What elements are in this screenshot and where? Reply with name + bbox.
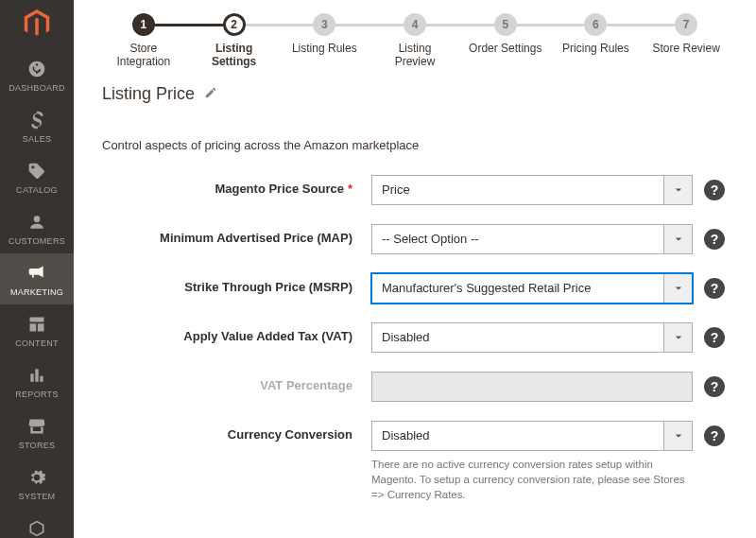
sidebar-item-reports[interactable]: REPORTS [0, 356, 74, 407]
step-number: 6 [584, 13, 607, 36]
store-icon [27, 416, 46, 437]
chevron-down-icon [663, 176, 692, 204]
field-hint: There are no active currency conversion … [371, 457, 693, 502]
sidebar-item-stores[interactable]: STORES [0, 407, 74, 458]
step-number: 3 [313, 13, 335, 36]
field-msrp: Strike Through Price (MSRP) Manufacturer… [102, 273, 728, 304]
sidebar-item-label: MARKETING [10, 287, 63, 297]
required-indicator: * [348, 182, 352, 196]
section-header: Listing Price [102, 84, 728, 104]
currency-select[interactable]: Disabled There are no active currency co… [371, 421, 693, 502]
chevron-down-icon [663, 274, 692, 303]
step-pricing-rules[interactable]: 6 Pricing Rules [551, 13, 642, 55]
field-label: Strike Through Price (MSRP) [102, 273, 371, 294]
field-label: Currency Conversion [102, 421, 371, 442]
help-icon[interactable]: ? [704, 229, 725, 250]
step-store-integration[interactable]: 1 Store Integration [98, 13, 189, 69]
section-description: Control aspects of pricing across the Am… [102, 138, 728, 152]
megaphone-icon [27, 263, 46, 284]
gear-icon [27, 467, 46, 488]
field-vat: Apply Value Added Tax (VAT) Disabled ? [102, 322, 728, 353]
field-vat-percentage: VAT Percentage ? [102, 372, 728, 402]
chevron-down-icon [663, 323, 692, 352]
admin-sidebar: DASHBOARD SALES CATALOG CUSTOMERS MARKET… [0, 0, 74, 538]
dollar-icon [27, 110, 46, 130]
sidebar-item-marketing[interactable]: MARKETING [0, 253, 74, 304]
sidebar-item-label: REPORTS [15, 390, 58, 399]
sidebar-item-customers[interactable]: CUSTOMERS [0, 202, 74, 253]
step-label: Listing Preview [377, 42, 453, 69]
price-source-select[interactable]: Price [371, 175, 693, 205]
section-title: Listing Price [102, 84, 195, 104]
layout-icon [27, 314, 46, 335]
field-label: Magento Price Source* [102, 175, 371, 196]
chevron-down-icon [663, 225, 692, 253]
tag-icon [27, 161, 46, 182]
field-price-source: Magento Price Source* Price ? [102, 175, 728, 205]
sidebar-item-label: SALES [23, 134, 52, 144]
bar-chart-icon [27, 365, 46, 386]
step-number: 5 [494, 13, 517, 36]
field-label: Minimum Advertised Price (MAP) [102, 224, 371, 245]
vat-percentage-input [371, 372, 693, 402]
help-icon[interactable]: ? [704, 376, 725, 397]
dashboard-icon [27, 59, 46, 79]
map-select[interactable]: -- Select Option -- [371, 224, 693, 254]
sidebar-item-label: STORES [19, 441, 56, 450]
step-label: Pricing Rules [562, 42, 629, 55]
person-icon [27, 212, 46, 233]
step-number: 2 [223, 13, 246, 36]
step-label: Order Settings [469, 42, 541, 55]
sidebar-item-label: SYSTEM [19, 492, 56, 501]
sidebar-item-label: CATALOG [16, 185, 58, 195]
sidebar-item-label: CONTENT [15, 338, 59, 348]
sidebar-item-sales[interactable]: SALES [0, 100, 74, 151]
help-icon[interactable]: ? [704, 180, 725, 200]
sidebar-item-system[interactable]: SYSTEM [0, 458, 74, 509]
field-label: VAT Percentage [102, 372, 371, 392]
help-icon[interactable]: ? [704, 327, 725, 348]
sidebar-item-extensions[interactable] [0, 509, 74, 538]
field-label: Apply Value Added Tax (VAT) [102, 322, 371, 343]
sidebar-item-content[interactable]: CONTENT [0, 304, 74, 356]
step-label: Listing Settings [197, 42, 272, 69]
magento-logo[interactable] [22, 9, 52, 38]
chevron-down-icon [663, 422, 692, 450]
step-number: 7 [675, 13, 697, 36]
step-listing-rules[interactable]: 3 Listing Rules [279, 13, 369, 55]
step-number: 1 [132, 13, 155, 36]
sidebar-item-catalog[interactable]: CATALOG [0, 151, 74, 202]
main-content: 1 Store Integration 2 Listing Settings 3… [74, 0, 756, 538]
field-currency-conversion: Currency Conversion Disabled There are n… [102, 421, 728, 502]
field-map: Minimum Advertised Price (MAP) -- Select… [102, 224, 728, 254]
step-label: Store Review [652, 42, 719, 55]
msrp-select[interactable]: Manufacturer's Suggested Retail Price [371, 273, 693, 304]
sidebar-item-label: DASHBOARD [9, 83, 65, 93]
box-icon [27, 518, 46, 538]
help-icon[interactable]: ? [704, 278, 725, 299]
step-listing-preview[interactable]: 4 Listing Preview [369, 13, 460, 69]
step-listing-settings[interactable]: 2 Listing Settings [189, 13, 280, 69]
help-icon[interactable]: ? [704, 425, 725, 446]
wizard-stepper: 1 Store Integration 2 Listing Settings 3… [74, 0, 756, 77]
sidebar-item-label: CUSTOMERS [9, 236, 65, 246]
sidebar-item-dashboard[interactable]: DASHBOARD [0, 49, 74, 100]
vat-select[interactable]: Disabled [371, 322, 693, 353]
step-number: 4 [404, 13, 426, 36]
step-label: Store Integration [106, 42, 181, 69]
step-store-review[interactable]: 7 Store Review [641, 13, 731, 55]
pencil-icon[interactable] [204, 86, 217, 102]
step-order-settings[interactable]: 5 Order Settings [460, 13, 551, 55]
step-label: Listing Rules [292, 42, 357, 55]
